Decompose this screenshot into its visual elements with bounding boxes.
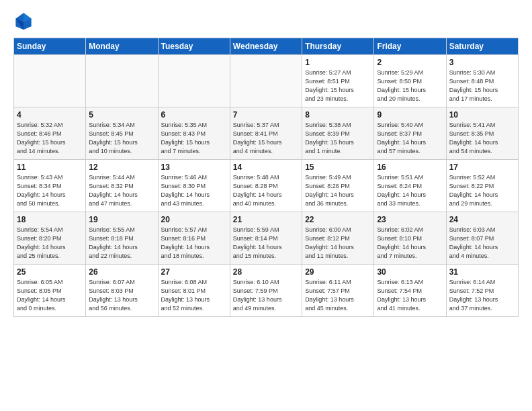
calendar-week: 25Sunrise: 6:05 AM Sunset: 8:05 PM Dayli… <box>14 265 519 317</box>
day-number: 30 <box>377 267 443 277</box>
day-number: 24 <box>449 215 515 224</box>
calendar-cell: 26Sunrise: 6:07 AM Sunset: 8:03 PM Dayli… <box>86 265 158 317</box>
weekday-header: Tuesday <box>158 38 230 55</box>
calendar-cell: 18Sunrise: 5:54 AM Sunset: 8:20 PM Dayli… <box>14 212 86 265</box>
day-detail: Sunrise: 5:30 AM Sunset: 8:48 PM Dayligh… <box>449 68 515 103</box>
calendar-cell: 6Sunrise: 5:35 AM Sunset: 8:43 PM Daylig… <box>158 107 230 160</box>
calendar-cell: 21Sunrise: 5:59 AM Sunset: 8:14 PM Dayli… <box>230 212 302 265</box>
day-number: 17 <box>449 163 515 172</box>
day-number: 12 <box>89 163 154 172</box>
day-number: 6 <box>161 110 227 120</box>
day-detail: Sunrise: 5:44 AM Sunset: 8:32 PM Dayligh… <box>89 173 154 208</box>
day-number: 11 <box>17 163 83 172</box>
calendar-cell: 31Sunrise: 6:14 AM Sunset: 7:52 PM Dayli… <box>446 265 518 317</box>
calendar-cell: 22Sunrise: 6:00 AM Sunset: 8:12 PM Dayli… <box>302 212 374 265</box>
day-detail: Sunrise: 5:32 AM Sunset: 8:46 PM Dayligh… <box>17 121 83 156</box>
day-number: 15 <box>305 163 371 172</box>
day-number: 5 <box>89 110 154 120</box>
calendar-cell: 16Sunrise: 5:51 AM Sunset: 8:24 PM Dayli… <box>374 160 446 212</box>
day-number: 7 <box>233 110 299 120</box>
logo-icon <box>13 11 34 31</box>
calendar-cell: 13Sunrise: 5:46 AM Sunset: 8:30 PM Dayli… <box>158 160 230 212</box>
calendar-cell: 4Sunrise: 5:32 AM Sunset: 8:46 PM Daylig… <box>14 107 86 160</box>
day-detail: Sunrise: 6:14 AM Sunset: 7:52 PM Dayligh… <box>449 278 515 313</box>
day-number: 20 <box>161 215 227 224</box>
day-number: 3 <box>449 58 515 67</box>
calendar-cell: 2Sunrise: 5:29 AM Sunset: 8:50 PM Daylig… <box>374 55 446 107</box>
day-number: 25 <box>17 267 83 277</box>
day-detail: Sunrise: 5:29 AM Sunset: 8:50 PM Dayligh… <box>377 68 443 103</box>
day-number: 23 <box>377 215 443 224</box>
day-detail: Sunrise: 5:49 AM Sunset: 8:26 PM Dayligh… <box>305 173 371 208</box>
day-detail: Sunrise: 5:41 AM Sunset: 8:35 PM Dayligh… <box>449 121 515 156</box>
calendar-cell: 29Sunrise: 6:11 AM Sunset: 7:57 PM Dayli… <box>302 265 374 317</box>
calendar-cell: 28Sunrise: 6:10 AM Sunset: 7:59 PM Dayli… <box>230 265 302 317</box>
day-detail: Sunrise: 5:37 AM Sunset: 8:41 PM Dayligh… <box>233 121 299 156</box>
calendar-cell: 11Sunrise: 5:43 AM Sunset: 8:34 PM Dayli… <box>14 160 86 212</box>
calendar-cell <box>158 55 230 107</box>
calendar-cell <box>14 55 86 107</box>
day-number: 16 <box>377 163 443 172</box>
calendar-cell: 12Sunrise: 5:44 AM Sunset: 8:32 PM Dayli… <box>86 160 158 212</box>
day-number: 19 <box>89 215 154 224</box>
day-detail: Sunrise: 6:02 AM Sunset: 8:10 PM Dayligh… <box>377 226 443 261</box>
day-number: 21 <box>233 215 299 224</box>
calendar-cell: 8Sunrise: 5:38 AM Sunset: 8:39 PM Daylig… <box>302 107 374 160</box>
calendar-cell: 30Sunrise: 6:13 AM Sunset: 7:54 PM Dayli… <box>374 265 446 317</box>
day-detail: Sunrise: 5:46 AM Sunset: 8:30 PM Dayligh… <box>161 173 227 208</box>
calendar-cell: 25Sunrise: 6:05 AM Sunset: 8:05 PM Dayli… <box>14 265 86 317</box>
calendar-cell: 9Sunrise: 5:40 AM Sunset: 8:37 PM Daylig… <box>374 107 446 160</box>
day-number: 31 <box>449 267 515 277</box>
day-number: 9 <box>377 110 443 120</box>
calendar-week: 18Sunrise: 5:54 AM Sunset: 8:20 PM Dayli… <box>14 212 519 265</box>
day-detail: Sunrise: 5:34 AM Sunset: 8:45 PM Dayligh… <box>89 121 154 156</box>
day-number: 27 <box>161 267 227 277</box>
day-detail: Sunrise: 5:54 AM Sunset: 8:20 PM Dayligh… <box>17 226 83 261</box>
calendar-cell: 20Sunrise: 5:57 AM Sunset: 8:16 PM Dayli… <box>158 212 230 265</box>
day-number: 8 <box>305 110 371 120</box>
day-detail: Sunrise: 6:03 AM Sunset: 8:07 PM Dayligh… <box>449 226 515 261</box>
day-detail: Sunrise: 6:11 AM Sunset: 7:57 PM Dayligh… <box>305 278 371 313</box>
day-detail: Sunrise: 5:51 AM Sunset: 8:24 PM Dayligh… <box>377 173 443 208</box>
weekday-header: Wednesday <box>230 38 302 55</box>
calendar-header: SundayMondayTuesdayWednesdayThursdayFrid… <box>14 38 519 55</box>
day-detail: Sunrise: 5:27 AM Sunset: 8:51 PM Dayligh… <box>305 68 371 103</box>
header <box>13 11 519 31</box>
day-number: 29 <box>305 267 371 277</box>
weekday-header: Friday <box>374 38 446 55</box>
day-detail: Sunrise: 6:10 AM Sunset: 7:59 PM Dayligh… <box>233 278 299 313</box>
calendar-cell: 10Sunrise: 5:41 AM Sunset: 8:35 PM Dayli… <box>446 107 518 160</box>
calendar-cell: 23Sunrise: 6:02 AM Sunset: 8:10 PM Dayli… <box>374 212 446 265</box>
day-number: 10 <box>449 110 515 120</box>
calendar-week: 11Sunrise: 5:43 AM Sunset: 8:34 PM Dayli… <box>14 160 519 212</box>
weekday-header: Sunday <box>14 38 86 55</box>
calendar-cell: 17Sunrise: 5:52 AM Sunset: 8:22 PM Dayli… <box>446 160 518 212</box>
day-number: 13 <box>161 163 227 172</box>
calendar-cell: 14Sunrise: 5:48 AM Sunset: 8:28 PM Dayli… <box>230 160 302 212</box>
calendar-cell <box>86 55 158 107</box>
day-detail: Sunrise: 5:48 AM Sunset: 8:28 PM Dayligh… <box>233 173 299 208</box>
day-detail: Sunrise: 5:59 AM Sunset: 8:14 PM Dayligh… <box>233 226 299 261</box>
calendar-week: 1Sunrise: 5:27 AM Sunset: 8:51 PM Daylig… <box>14 55 519 107</box>
day-number: 14 <box>233 163 299 172</box>
weekday-header: Thursday <box>302 38 374 55</box>
calendar-page: SundayMondayTuesdayWednesdayThursdayFrid… <box>0 0 532 324</box>
calendar-table: SundayMondayTuesdayWednesdayThursdayFrid… <box>13 38 519 317</box>
calendar-cell: 3Sunrise: 5:30 AM Sunset: 8:48 PM Daylig… <box>446 55 518 107</box>
day-number: 4 <box>17 110 83 120</box>
day-number: 22 <box>305 215 371 224</box>
day-number: 1 <box>305 58 371 67</box>
day-detail: Sunrise: 6:05 AM Sunset: 8:05 PM Dayligh… <box>17 278 83 313</box>
calendar-cell: 15Sunrise: 5:49 AM Sunset: 8:26 PM Dayli… <box>302 160 374 212</box>
calendar-cell: 19Sunrise: 5:55 AM Sunset: 8:18 PM Dayli… <box>86 212 158 265</box>
calendar-cell: 27Sunrise: 6:08 AM Sunset: 8:01 PM Dayli… <box>158 265 230 317</box>
calendar-cell: 7Sunrise: 5:37 AM Sunset: 8:41 PM Daylig… <box>230 107 302 160</box>
calendar-cell <box>230 55 302 107</box>
calendar-body: 1Sunrise: 5:27 AM Sunset: 8:51 PM Daylig… <box>14 55 519 317</box>
day-number: 2 <box>377 58 443 67</box>
calendar-cell: 1Sunrise: 5:27 AM Sunset: 8:51 PM Daylig… <box>302 55 374 107</box>
weekday-header: Monday <box>86 38 158 55</box>
day-detail: Sunrise: 5:38 AM Sunset: 8:39 PM Dayligh… <box>305 121 371 156</box>
day-detail: Sunrise: 5:35 AM Sunset: 8:43 PM Dayligh… <box>161 121 227 156</box>
day-detail: Sunrise: 5:57 AM Sunset: 8:16 PM Dayligh… <box>161 226 227 261</box>
